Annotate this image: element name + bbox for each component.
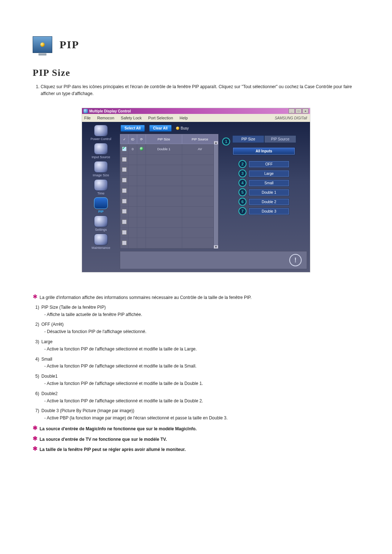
col-pip-source[interactable]: PIP Source bbox=[182, 135, 218, 144]
table-row[interactable] bbox=[121, 227, 218, 238]
row-id: 0 bbox=[128, 144, 137, 155]
sidebar-item-settings[interactable]: Settings bbox=[86, 216, 115, 231]
sidebar-item-time[interactable]: Time bbox=[86, 179, 115, 195]
option-double1[interactable]: Double 1 bbox=[249, 189, 289, 196]
busy-icon bbox=[176, 127, 179, 130]
row-checkbox[interactable] bbox=[122, 157, 127, 162]
star-icon: ✱ bbox=[33, 446, 37, 453]
display-grid: ✓ ID ⟳ PIP Size PIP Source 0 Double 1 bbox=[120, 134, 219, 249]
option-off[interactable]: OFF bbox=[249, 161, 289, 168]
callout-1: 1 bbox=[222, 138, 230, 145]
close-button[interactable]: × bbox=[302, 108, 309, 114]
item-6-title: Double2 bbox=[41, 390, 58, 398]
option-small[interactable]: Small bbox=[249, 180, 289, 186]
callout-2: 2 bbox=[238, 160, 246, 168]
row-size: Double 1 bbox=[146, 144, 182, 155]
info-icon: ! bbox=[289, 254, 302, 266]
menu-safety-lock[interactable]: Safety Lock bbox=[121, 116, 142, 120]
pip-section-icon bbox=[33, 36, 52, 53]
row-checkbox[interactable] bbox=[122, 167, 127, 172]
item-7-title: Double 3 (Picture By Picture (Image par … bbox=[41, 407, 134, 415]
row-checkbox[interactable] bbox=[122, 230, 127, 235]
section-title: PIP bbox=[60, 38, 79, 51]
table-row[interactable] bbox=[121, 238, 218, 249]
menu-remocon[interactable]: Remocon bbox=[97, 116, 114, 120]
row-checkbox[interactable] bbox=[122, 188, 127, 193]
group-all-inputs: All Inputs bbox=[233, 147, 295, 155]
sidebar: Power Control Input Source Image Size Ti… bbox=[82, 122, 120, 272]
menu-file[interactable]: File bbox=[84, 116, 91, 120]
table-row[interactable] bbox=[121, 165, 218, 175]
callout-5: 5 bbox=[238, 188, 246, 196]
sidebar-item-image-size[interactable]: Image Size bbox=[86, 161, 115, 177]
row-checkbox[interactable] bbox=[122, 219, 127, 224]
table-row[interactable] bbox=[121, 217, 218, 227]
menu-help[interactable]: Help bbox=[180, 116, 188, 120]
grid-scrollbar[interactable] bbox=[213, 141, 218, 249]
table-row[interactable] bbox=[121, 196, 218, 207]
grid-note: La grille d'information affiche des info… bbox=[40, 294, 252, 301]
app-icon bbox=[83, 109, 88, 113]
item-3-title: Large bbox=[41, 338, 53, 346]
star-icon: ✱ bbox=[33, 426, 37, 432]
pip-size-panel: 1 PIP Size PIP Source All Inputs 2OFF 3L… bbox=[221, 134, 307, 249]
sidebar-item-pip[interactable]: PIP bbox=[86, 197, 115, 213]
table-row[interactable] bbox=[121, 186, 218, 196]
item-4-sub: - Active la fonction PIP de l'affichage … bbox=[44, 363, 359, 370]
table-row[interactable] bbox=[121, 155, 218, 165]
row-checkbox[interactable] bbox=[122, 209, 127, 214]
option-large[interactable]: Large bbox=[249, 170, 289, 177]
item-5-title: Double1 bbox=[41, 373, 58, 380]
busy-indicator: Busy bbox=[176, 126, 189, 130]
note-tv: La source d'entrée de TV ne fonctionne q… bbox=[40, 436, 167, 443]
item-1-sub: - Affiche la taille actuelle de la fenêt… bbox=[44, 311, 359, 319]
col-check-icon[interactable]: ✓ bbox=[121, 135, 128, 144]
item-2-sub: - Désactive la fonction PIP de l'afficha… bbox=[44, 328, 359, 336]
col-status-icon[interactable]: ⟳ bbox=[137, 135, 146, 144]
clear-all-button[interactable]: Clear All bbox=[149, 125, 172, 132]
tab-pip-source[interactable]: PIP Source bbox=[264, 135, 296, 143]
option-double3[interactable]: Double 3 bbox=[249, 208, 289, 215]
row-checkbox[interactable] bbox=[122, 241, 127, 245]
menu-port-selection[interactable]: Port Selection bbox=[148, 116, 173, 120]
col-pip-size[interactable]: PIP Size bbox=[146, 135, 182, 144]
option-double2[interactable]: Double 2 bbox=[249, 198, 289, 205]
callout-7: 7 bbox=[238, 207, 246, 215]
table-row[interactable] bbox=[121, 207, 218, 217]
note-magicinfo: La source d'entrée de MagicInfo ne fonct… bbox=[40, 426, 197, 432]
sidebar-item-power-control[interactable]: Power Control bbox=[86, 125, 115, 141]
menu-bar: File Remocon Safety Lock Port Selection … bbox=[82, 114, 310, 122]
status-bar: ! bbox=[120, 251, 307, 269]
star-icon: ✱ bbox=[33, 436, 37, 443]
app-screenshot: Multiple Display Control _ □ × File Remo… bbox=[82, 108, 310, 272]
brand-label: SAMSUNG DIGITall bbox=[275, 116, 307, 120]
sidebar-item-input-source[interactable]: Input Source bbox=[86, 143, 115, 159]
select-all-button[interactable]: Select All bbox=[121, 125, 145, 132]
table-row[interactable]: 0 Double 1 AV bbox=[121, 144, 218, 155]
callout-3: 3 bbox=[238, 169, 246, 177]
row-checkbox[interactable] bbox=[122, 199, 127, 204]
sidebar-item-maintenance[interactable]: Maintenance bbox=[86, 234, 115, 250]
row-source: AV bbox=[182, 144, 218, 155]
callout-4: 4 bbox=[238, 179, 246, 187]
item-2-title: OFF (Arrêt) bbox=[41, 321, 64, 328]
page-title: PIP Size bbox=[33, 67, 359, 78]
status-ok-icon bbox=[140, 147, 143, 151]
item-7-sub: - Active PBP (la fonction image par imag… bbox=[44, 415, 359, 422]
item-3-sub: - Active la fonction PIP de l'affichage … bbox=[44, 346, 359, 353]
note-size: La taille de la fenêtre PIP peut se régl… bbox=[40, 446, 186, 453]
window-titlebar: Multiple Display Control _ □ × bbox=[82, 108, 310, 114]
window-title: Multiple Display Control bbox=[89, 109, 288, 113]
item-4-title: Small bbox=[41, 356, 52, 363]
minimize-button[interactable]: _ bbox=[289, 108, 295, 114]
col-id[interactable]: ID bbox=[128, 135, 137, 144]
star-icon: ✱ bbox=[33, 294, 37, 299]
item-1-title: PIP Size (Taille de la fenêtre PIP) bbox=[41, 304, 106, 311]
tab-pip-size[interactable]: PIP Size bbox=[232, 135, 264, 143]
row-checkbox[interactable] bbox=[122, 147, 127, 151]
maximize-button[interactable]: □ bbox=[295, 108, 302, 114]
row-checkbox[interactable] bbox=[122, 178, 127, 182]
callout-6: 6 bbox=[238, 198, 246, 206]
table-row[interactable] bbox=[121, 175, 218, 186]
intro-step-1: Cliquez sur PIP dans les icônes principa… bbox=[41, 83, 359, 97]
